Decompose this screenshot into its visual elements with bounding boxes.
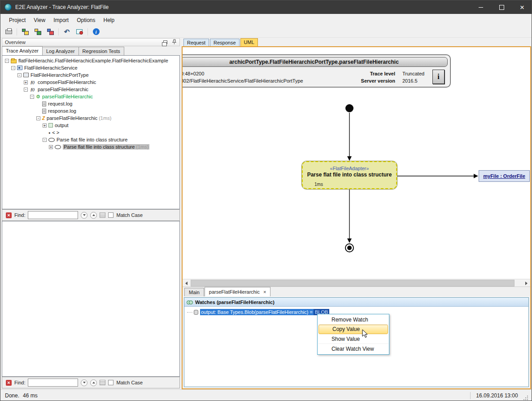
import-trace-icon[interactable] <box>46 28 55 36</box>
tree-item-request-log[interactable]: request.log <box>2 100 179 107</box>
info-icon[interactable]: i <box>92 28 100 36</box>
menu-remove-watch[interactable]: Remove Watch <box>318 315 388 325</box>
find-next-button[interactable] <box>81 212 87 219</box>
tree-item-parse-trace[interactable]: parseFlatFileHierarchic (1ms) <box>2 115 179 122</box>
status-duration: 46 ms <box>23 392 38 399</box>
server-version-label: Server version <box>340 77 395 84</box>
find-bar-bottom: Find: Match Case <box>2 377 180 388</box>
tree-item-empty[interactable]: < > <box>2 129 179 136</box>
window-title: E2E Analyzer - Trace Analyzer: FlatFile <box>15 4 109 10</box>
load-trace-icon[interactable] <box>33 28 42 36</box>
collapse-icon[interactable] <box>11 66 15 70</box>
tree-item-response-log[interactable]: response.log <box>2 107 179 115</box>
tree-item-example[interactable]: flatFileHierachic.FlatFileHierachicExamp… <box>2 57 179 64</box>
maximize-button[interactable] <box>491 0 512 14</box>
collapse-icon[interactable] <box>30 95 34 99</box>
object-node[interactable]: myFile : OrderFile <box>479 170 530 182</box>
activity-diagram[interactable]: archicPortType.FlatFileHierarchicPortTyp… <box>183 47 530 279</box>
tree-item-service[interactable]: FlatFileHierachicService <box>2 64 179 71</box>
collapse-icon[interactable] <box>36 116 40 120</box>
tab-log-analyzer[interactable]: Log Analyzer <box>42 47 79 55</box>
function-icon <box>30 87 36 92</box>
activity-node[interactable]: «FlatFileAdapter» Parse flat file into c… <box>302 161 397 189</box>
find-input[interactable] <box>28 211 78 219</box>
frame-info-values: Truncated 2016.5 <box>402 70 424 84</box>
collapse-icon[interactable] <box>24 88 28 92</box>
tree-item-parse-action-selected[interactable]: Parse flat file into class structure (1m… <box>2 143 179 150</box>
match-case-checkbox[interactable] <box>108 380 113 385</box>
resize-grip[interactable] <box>523 396 528 400</box>
screenshot-icon[interactable] <box>75 28 84 36</box>
log-file-icon <box>42 101 46 106</box>
menu-options[interactable]: Options <box>73 15 99 25</box>
pin-icon[interactable] <box>172 39 177 45</box>
tab-main[interactable]: Main <box>184 288 204 296</box>
gear-icon <box>36 94 40 99</box>
info-button[interactable]: i <box>432 70 445 84</box>
watches-icon <box>187 300 193 304</box>
find-options-icon[interactable] <box>100 380 105 385</box>
expand-icon[interactable] <box>24 80 28 84</box>
menu-view[interactable]: View <box>30 15 49 25</box>
open-model-tree-icon[interactable] <box>21 28 30 36</box>
uml-panel: Request Response UML archicPortType.Flat… <box>182 38 531 389</box>
menu-help[interactable]: Help <box>100 15 119 25</box>
menu-import[interactable]: Import <box>49 15 73 25</box>
expand-icon[interactable] <box>49 145 53 149</box>
activity-name: Parse flat file into class structure <box>303 172 396 178</box>
find-previous-button[interactable] <box>90 379 97 386</box>
toolbar-separator <box>87 28 88 35</box>
print-icon[interactable] <box>4 28 13 36</box>
tree-item-parse[interactable]: parseFlatFileHierarchic <box>2 86 179 93</box>
trace-level-label: Trace level <box>340 70 395 77</box>
tab-request[interactable]: Request <box>183 39 209 46</box>
close-tab-icon[interactable] <box>263 290 266 295</box>
toolbar-separator <box>17 28 17 35</box>
find-next-button[interactable] <box>81 379 87 386</box>
frame-info: 0:48+0200 302/FlatFileHierachicService/F… <box>183 70 303 84</box>
collapse-icon[interactable] <box>5 59 9 63</box>
overview-panel: Overview Trace Analyzer Log Analyzer Reg… <box>2 38 180 388</box>
tree-item-parse-action[interactable]: Parse flat file into class structure <box>2 136 179 143</box>
tab-regression-tests[interactable]: Regression Tests <box>78 47 124 55</box>
tree-item-parse-instance[interactable]: parseFlatFileHierarchic <box>2 93 179 100</box>
find-input[interactable] <box>28 379 78 387</box>
find-previous-button[interactable] <box>90 212 97 219</box>
close-find-icon[interactable] <box>6 380 12 386</box>
tab-trace-analyzer[interactable]: Trace Analyzer <box>2 46 43 55</box>
minimize-button[interactable] <box>471 0 491 14</box>
menu-show-value[interactable]: Show Value <box>318 334 388 344</box>
tree-item-output[interactable]: output <box>2 122 179 129</box>
collapse-icon[interactable] <box>17 73 22 77</box>
menu-copy-value[interactable]: Copy Value <box>318 325 388 334</box>
horizontal-scrollbar[interactable] <box>183 279 530 286</box>
undo-icon[interactable]: ↶ <box>62 28 71 36</box>
match-case-checkbox[interactable] <box>108 212 113 218</box>
frame-info-labels: Trace level Server version <box>340 70 395 84</box>
overview-title: Overview <box>5 40 26 45</box>
trace-icon <box>42 116 45 121</box>
tree-item-porttype[interactable]: FlatFileHierarchicPortType <box>2 71 179 79</box>
final-node[interactable] <box>345 243 354 252</box>
scroll-right-icon[interactable] <box>523 279 530 287</box>
scroll-left-icon[interactable] <box>183 279 190 287</box>
close-find-icon[interactable] <box>6 212 12 218</box>
uml-view: archicPortType.FlatFileHierarchicPortTyp… <box>182 46 531 389</box>
trace-level-value: Truncated <box>402 70 424 77</box>
tab-parse-flat-file[interactable]: parseFlatFileHierarchic <box>205 287 271 296</box>
tree-item-compose[interactable]: composeFlatFileHierarchic <box>2 79 179 86</box>
tab-response[interactable]: Response <box>210 39 240 46</box>
collapse-icon[interactable] <box>43 138 47 142</box>
folder-icon <box>11 59 17 63</box>
close-button[interactable] <box>512 0 532 14</box>
menu-project[interactable]: Project <box>5 15 30 25</box>
find-options-icon[interactable] <box>100 212 105 218</box>
initial-node[interactable] <box>345 104 353 112</box>
view-tabs: Request Response UML <box>183 38 259 46</box>
blob-icon <box>194 310 198 315</box>
scrollbar-thumb[interactable] <box>191 280 515 286</box>
float-window-icon[interactable] <box>163 40 167 44</box>
tab-uml[interactable]: UML <box>240 38 258 46</box>
menu-clear-watch-view[interactable]: Clear Watch View <box>318 344 388 354</box>
expand-icon[interactable] <box>43 123 47 128</box>
